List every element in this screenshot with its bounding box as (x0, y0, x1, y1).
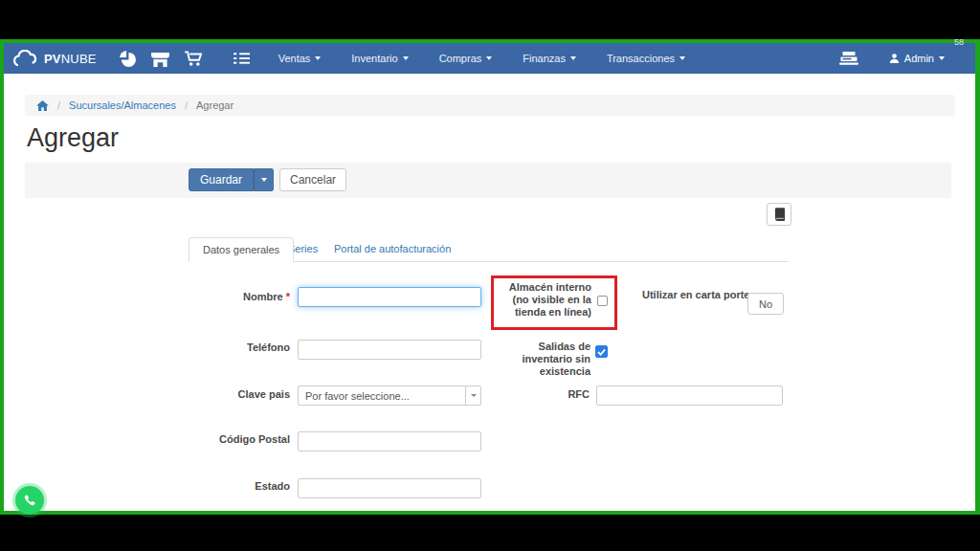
menu-label: Compras (439, 53, 482, 64)
tab-datos-generales[interactable]: Datos generales (189, 237, 294, 262)
chevron-down-icon (570, 56, 576, 60)
chevron-down-icon (261, 178, 267, 182)
breadcrumb-link-sucursales[interactable]: Sucursales/Almacenes (69, 99, 176, 111)
menu-finanzas[interactable]: Finanzas (523, 53, 576, 64)
breadcrumb: / Sucursales/Almacenes / Agregar (25, 95, 955, 116)
menu-label: Inventario (351, 53, 397, 64)
rfc-input[interactable] (596, 386, 783, 406)
tasks-list-icon[interactable] (234, 52, 250, 65)
codigo-postal-label: Código Postal (144, 433, 290, 446)
chevron-down-icon (939, 56, 945, 60)
menu-transacciones[interactable]: Transacciones (607, 53, 685, 64)
brand-name[interactable]: PVNUBE (44, 52, 97, 66)
carta-porte-label: Utilizar en carta porte (642, 289, 747, 301)
menu-compras[interactable]: Compras (439, 53, 493, 64)
whatsapp-contact-button[interactable] (15, 486, 44, 515)
pie-chart-icon[interactable] (120, 51, 136, 67)
screen: 58 PVNUBE Ventas Inventario Compras Fina… (0, 0, 980, 551)
top-navbar: PVNUBE Ventas Inventario Compras Finanza… (4, 43, 975, 74)
store-icon[interactable] (151, 51, 169, 67)
nombre-label: Nombre * (144, 291, 290, 303)
chevron-down-icon (486, 56, 492, 60)
almacen-interno-checkbox[interactable] (597, 296, 608, 306)
home-icon[interactable] (36, 100, 49, 111)
chevron-down-icon (679, 56, 685, 60)
telefono-input[interactable] (298, 340, 481, 360)
save-dropdown-button[interactable] (254, 168, 274, 191)
brand-pv: PV (44, 52, 61, 66)
user-icon (889, 53, 900, 64)
carta-porte-toggle-button[interactable]: No (747, 293, 784, 315)
book-icon (774, 208, 785, 221)
navbar-right: Admin (832, 52, 975, 65)
almacen-interno-label: Almacén interno (no visible en la tienda… (496, 281, 591, 319)
phone-icon (23, 494, 36, 507)
menu-label: Transacciones (607, 53, 675, 64)
action-toolbar (25, 163, 951, 198)
menu-label: Finanzas (523, 53, 566, 64)
estado-label: Estado (144, 480, 290, 493)
page-title: Agregar (27, 123, 119, 153)
overlay-counter: 58 (954, 37, 964, 47)
cancel-button[interactable]: Cancelar (279, 168, 346, 191)
dropdown-arrow-icon (465, 386, 480, 405)
telefono-label: Teléfono (144, 342, 290, 354)
required-asterisk: * (286, 291, 290, 302)
menu-ventas[interactable]: Ventas (278, 53, 322, 64)
breadcrumb-separator: / (57, 99, 60, 111)
clave-pais-select[interactable]: Por favor seleccione... (298, 386, 481, 406)
nombre-input[interactable] (298, 287, 481, 307)
navbar-left: PVNUBE Ventas Inventario Compras Finanza… (4, 43, 685, 74)
admin-user-menu[interactable]: Admin (889, 53, 945, 64)
breadcrumb-separator: / (185, 99, 188, 111)
pos-terminal-icon[interactable] (839, 52, 858, 65)
breadcrumb-current: Agregar (196, 99, 234, 111)
cart-icon[interactable] (185, 51, 203, 67)
salidas-checkbox[interactable] (595, 345, 608, 358)
cloud-logo-icon[interactable] (12, 50, 39, 68)
toolbar-buttons: Guardar Cancelar (189, 168, 346, 191)
log-book-button[interactable] (767, 203, 791, 226)
check-icon (597, 348, 606, 356)
admin-label: Admin (904, 53, 934, 64)
codigo-postal-input[interactable] (298, 431, 481, 452)
chevron-down-icon (403, 56, 409, 60)
brand-nube: NUBE (61, 52, 97, 66)
menu-inventario[interactable]: Inventario (351, 53, 408, 64)
salidas-label: Salidas de inventario sin existencia (495, 341, 590, 378)
rfc-label: RFC (517, 388, 590, 401)
clave-pais-selected-value: Por favor seleccione... (299, 390, 465, 402)
menu-label: Ventas (278, 53, 311, 64)
save-button[interactable]: Guardar (189, 168, 254, 191)
clave-pais-label: Clave pais (144, 388, 290, 401)
estado-input[interactable] (298, 478, 481, 498)
chevron-down-icon (315, 56, 321, 60)
tab-portal-autofacturacion[interactable]: Portal de autofacturación (334, 243, 451, 254)
